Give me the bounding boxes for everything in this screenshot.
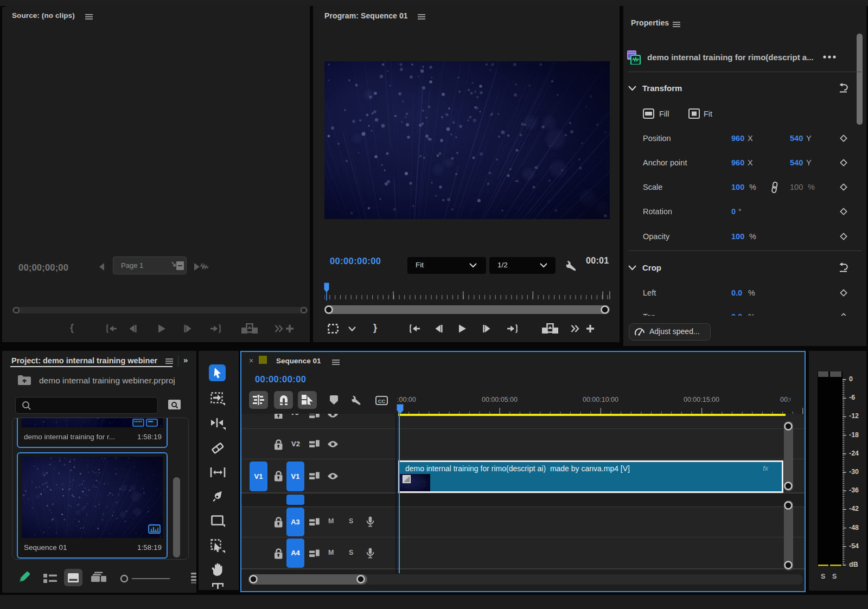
svg-text:CC: CC — [378, 398, 386, 404]
